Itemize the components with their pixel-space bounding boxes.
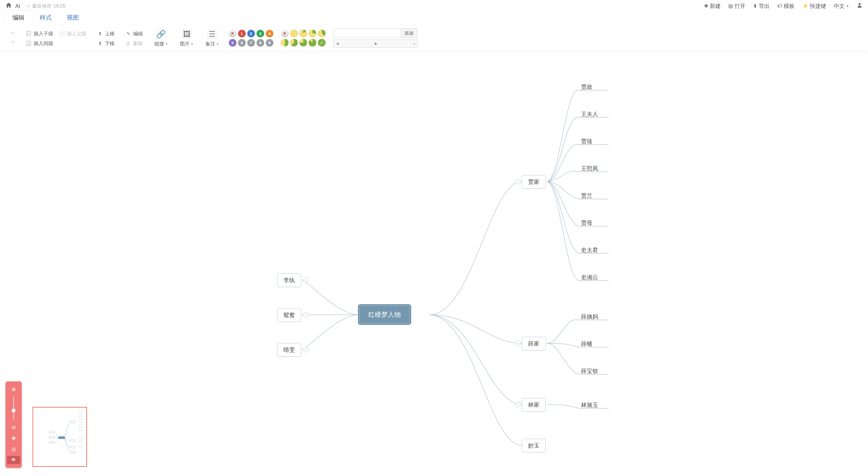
top-bar: AI ✓ 最近保存 19:25 ✚新建 ▤打开 ⬇导出 🏷模板 ⚡快捷键 中文▼ (0, 0, 868, 12)
progress-pie-87.5[interactable] (309, 39, 316, 47)
priority-group: ✕123456789 (225, 27, 277, 50)
insert-parent-button[interactable]: ⿷插入父级 (59, 29, 87, 38)
progress-pie-25[interactable] (309, 30, 316, 37)
right-node-1[interactable]: 薛家 (522, 337, 546, 350)
progress-pie-0[interactable] (290, 30, 298, 37)
leaf-0-6[interactable]: 史太君 (579, 245, 600, 255)
priority-badge-8[interactable]: 8 (256, 39, 264, 47)
progress-pie-100[interactable]: ✓ (318, 39, 326, 47)
collapse-left-1[interactable]: − (303, 312, 309, 318)
collapse-left-0[interactable]: − (303, 277, 309, 283)
progress-clear-button[interactable]: ✕ (281, 30, 289, 37)
export-button[interactable]: ⬇导出 (753, 2, 770, 10)
progress-pie-50[interactable] (281, 39, 289, 47)
leaf-0-5[interactable]: 贾母 (579, 218, 595, 228)
chevron-down-icon[interactable]: ▾ (412, 42, 416, 45)
tag-input[interactable] (333, 29, 401, 38)
mindmap-canvas[interactable]: 红楼梦人物李纨−鸳鸯−晴雯−贾家−贾政王夫人贾琏王熙凤贾兰贾母史太君史湘云薛家−… (0, 51, 868, 476)
zoom-in-button[interactable]: ⊕ (9, 385, 18, 393)
tab-style[interactable]: 样式 (32, 10, 59, 25)
leaf-1-2[interactable]: 薛宝钗 (579, 366, 600, 376)
image-icon[interactable]: 🖼 (182, 29, 192, 39)
progress-pie-75[interactable] (300, 39, 307, 47)
right-node-3[interactable]: 妙玉 (522, 439, 546, 452)
priority-badge-5[interactable]: 5 (229, 39, 237, 47)
leaf-1-1[interactable]: 薛蟠 (579, 339, 595, 349)
priority-badge-3[interactable]: 3 (256, 30, 264, 37)
collapse-right-2[interactable]: − (515, 402, 521, 407)
leaf-1-0[interactable]: 薛姨妈 (579, 312, 600, 322)
undo-icon: ↶ (10, 30, 15, 36)
link-label[interactable]: 链接▼ (154, 40, 168, 47)
priority-badge-1[interactable]: 1 (238, 30, 246, 37)
new-button[interactable]: ✚新建 (704, 2, 721, 10)
insert-parent-icon: ⿷ (59, 31, 65, 37)
svg-rect-8 (70, 451, 75, 453)
tab-edit[interactable]: 编辑 (5, 10, 32, 25)
tab-view[interactable]: 视图 (59, 10, 86, 25)
note-group: ☰ 备注▼ (199, 27, 225, 50)
priority-badge-9[interactable]: 9 (266, 39, 273, 47)
svg-rect-6 (70, 440, 75, 442)
left-node-2[interactable]: 晴雯 (277, 343, 301, 357)
minimap-toggle-button[interactable]: 👁 (7, 456, 20, 464)
zoom-slider[interactable] (13, 396, 14, 420)
leaf-0-0[interactable]: 贾政 (579, 82, 595, 92)
minimap[interactable] (33, 407, 87, 467)
undo-button[interactable]: ↶ (9, 29, 16, 37)
chevron-down-icon: ▼ (165, 42, 168, 46)
left-node-0[interactable]: 李纨 (277, 273, 301, 287)
move-group: ⬆上移 ⬇下移 (92, 27, 120, 50)
note-label[interactable]: 备注▼ (206, 40, 219, 47)
redo-button[interactable]: ↷ (9, 39, 16, 47)
leaf-0-3[interactable]: 王熙凤 (579, 163, 600, 173)
tag-scroll[interactable]: ◀ ▶ ▾ (333, 39, 418, 48)
root-node[interactable]: 红楼梦人物 (359, 305, 410, 324)
move-up-button[interactable]: ⬆上移 (97, 29, 115, 38)
priority-badge-7[interactable]: 7 (247, 39, 255, 47)
progress-pie-12.5[interactable] (300, 30, 307, 37)
language-select[interactable]: 中文▼ (834, 2, 849, 10)
template-button[interactable]: 🏷模板 (777, 2, 795, 10)
scroll-left-icon[interactable]: ◀ (335, 41, 340, 46)
collapse-right-0[interactable]: − (515, 179, 521, 184)
center-button[interactable]: ◎ (9, 445, 18, 453)
tag-add-button[interactable]: 添加 (401, 29, 417, 38)
leaf-0-2[interactable]: 贾琏 (579, 137, 595, 146)
edit-node-button[interactable]: ✎编辑 (125, 29, 144, 38)
zoom-thumb[interactable] (12, 409, 16, 412)
user-icon[interactable] (857, 2, 863, 10)
right-node-0[interactable]: 贾家 (522, 175, 546, 189)
svg-rect-4 (49, 442, 54, 444)
move-down-button[interactable]: ⬇下移 (97, 39, 115, 48)
collapse-right-1[interactable]: − (515, 340, 521, 346)
home-icon[interactable] (5, 2, 12, 10)
leaf-2-0[interactable]: 林黛玉 (579, 400, 600, 410)
progress-pie-37.5[interactable] (318, 30, 326, 37)
link-icon[interactable]: 🔗 (156, 29, 166, 39)
scroll-right-icon[interactable]: ▶ (374, 41, 378, 46)
shortcut-button[interactable]: ⚡快捷键 (802, 2, 826, 10)
zoom-out-button[interactable]: ⊖ (9, 423, 18, 432)
insert-sibling-button[interactable]: ⿲插入同级 (26, 39, 87, 48)
priority-badge-2[interactable]: 2 (247, 30, 255, 37)
delete-node-button[interactable]: 🗑删除 (125, 39, 144, 48)
leaf-0-1[interactable]: 王夫人 (579, 109, 600, 119)
priority-badge-4[interactable]: 4 (266, 30, 273, 37)
check-icon: ✓ (27, 3, 30, 9)
priority-clear-button[interactable]: ✕ (229, 30, 237, 37)
collapse-left-2[interactable]: − (303, 347, 309, 352)
leaf-0-7[interactable]: 史湘云 (579, 272, 600, 282)
insert-child-button[interactable]: ⿶插入子级 (26, 29, 54, 38)
priority-badge-6[interactable]: 6 (238, 39, 246, 47)
image-label[interactable]: 图片▼ (180, 40, 193, 47)
leaf-0-4[interactable]: 贾兰 (579, 191, 595, 201)
open-button[interactable]: ▤打开 (728, 2, 745, 10)
left-node-1[interactable]: 鸳鸯 (277, 308, 301, 322)
note-icon[interactable]: ☰ (207, 29, 217, 39)
progress-pie-62.5[interactable] (290, 39, 298, 47)
tag-group: 添加 ◀ ▶ ▾ (329, 27, 422, 50)
right-node-2[interactable]: 林家 (522, 398, 546, 412)
pan-button[interactable]: ✥ (9, 434, 18, 442)
zoom-controls: ⊕ ⊖ ✥ ◎ 👁 (5, 381, 22, 468)
